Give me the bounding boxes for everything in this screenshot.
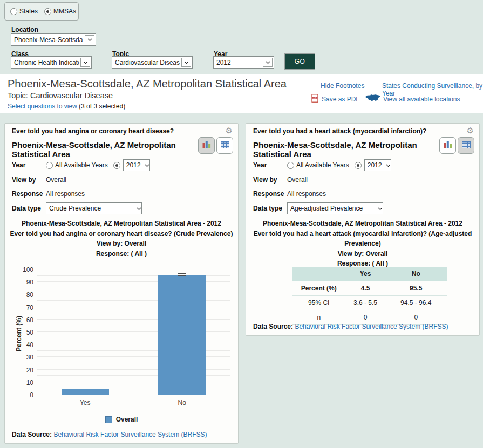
- y-tick-label: 0: [14, 391, 33, 399]
- view-toggle-group: [439, 137, 474, 154]
- table-subtitle: Ever told you had a heart attack (myocar…: [246, 229, 479, 249]
- question-panel-heart-attack: Ever told you had a heart attack (myocar…: [246, 123, 480, 336]
- table-icon: [462, 141, 471, 151]
- bar-no: [158, 275, 206, 395]
- mode-option-states[interactable]: States: [10, 8, 38, 15]
- year-control-row: Year All Available Years 2012: [12, 159, 233, 171]
- table-icon: [221, 141, 229, 151]
- table-view-button[interactable]: [458, 137, 474, 154]
- select-questions-link[interactable]: Select questions to view: [8, 103, 77, 110]
- chevron-down-icon: [80, 58, 90, 67]
- go-button[interactable]: GO: [284, 53, 315, 70]
- x-category-label: Yes: [37, 399, 134, 406]
- chart-title-block: Phoenix-Mesa-Scottsdale, AZ Metropolitan…: [5, 219, 238, 259]
- table-header-row: Yes No: [292, 267, 447, 281]
- viewby-control-row: View by Overall: [12, 176, 233, 184]
- select-questions-count: (3 of 3 selected): [77, 103, 125, 110]
- bar-chart-icon: [202, 141, 211, 151]
- y-tick-label: 40: [14, 341, 33, 349]
- plot-area: 0102030405060708090100YesNo: [37, 269, 230, 395]
- chevron-down-icon: [378, 205, 383, 212]
- chart-view-button[interactable]: [198, 137, 215, 154]
- pdf-icon: PDF: [311, 94, 318, 104]
- panel-year-select[interactable]: 2012: [123, 159, 150, 171]
- all-years-radio[interactable]: [287, 162, 294, 169]
- x-category-label: No: [134, 399, 231, 406]
- chart-view-button[interactable]: [439, 137, 456, 154]
- location-select[interactable]: Phoenix-Mesa-Scottsdale, AZ: [11, 33, 96, 46]
- error-bar-cap: [81, 390, 89, 390]
- chevron-down-icon: [85, 35, 94, 44]
- single-year-radio[interactable]: [113, 162, 120, 169]
- hide-footnotes-link[interactable]: Hide Footnotes: [321, 82, 364, 90]
- table-row-percent: Percent (%) 4.5 95.5: [292, 281, 447, 295]
- table-view-button[interactable]: [216, 137, 233, 154]
- single-year-radio[interactable]: [355, 162, 362, 169]
- y-tick-label: 80: [14, 291, 33, 298]
- table-viewby-line: View by: Overall: [246, 249, 479, 259]
- chart-viewby-line: View by: Overall: [5, 239, 238, 249]
- question-text: Ever told you had angina or coronary hea…: [12, 127, 212, 135]
- table-title: Phoenix-Mesa-Scottsdale, AZ Metropolitan…: [246, 219, 479, 229]
- response-control-row: Response All responses: [253, 190, 474, 198]
- mmsas-radio-label: MMSAs: [53, 8, 76, 15]
- error-bar-cap: [178, 273, 186, 274]
- error-bar-cap: [178, 275, 186, 276]
- chevron-down-icon: [137, 205, 141, 212]
- question-text: Ever told you had a heart attack (myocar…: [253, 127, 453, 135]
- mmsas-radio[interactable]: [44, 8, 51, 15]
- chart-response-line: Response: ( All ): [5, 249, 238, 259]
- topic-subtitle: Topic: Cardiovascular Disease: [8, 91, 113, 100]
- us-map-icon: [365, 93, 381, 105]
- save-pdf-link[interactable]: Save as PDF: [322, 96, 360, 103]
- y-tick-label: 70: [14, 304, 33, 311]
- response-control-row: Response All responses: [12, 190, 233, 198]
- filter-bar: States MMSAs Location Phoenix-Mesa-Scott…: [0, 0, 483, 74]
- gridline: [37, 269, 230, 269]
- mode-radio-group: States MMSAs: [4, 2, 79, 21]
- topic-select[interactable]: Cardiovascular Disease: [112, 56, 193, 69]
- error-bar-cap: [81, 388, 89, 388]
- table-corner-cell: [292, 267, 346, 281]
- chevron-down-icon: [145, 161, 149, 169]
- table-row-ci: 95% CI 3.6 - 5.5 94.5 - 96.4: [292, 295, 447, 310]
- all-years-radio[interactable]: [46, 162, 53, 169]
- select-questions-line: Select questions to view (3 of 3 selecte…: [8, 103, 125, 110]
- bar-chart: 0102030405060708090100YesNo: [5, 269, 238, 410]
- page-header: Phoenix-Mesa-Scottsdale, AZ Metropolitan…: [0, 74, 483, 113]
- datatype-control-row: Data type Crude Prevalence: [12, 202, 233, 214]
- view-toggle-group: [198, 137, 233, 154]
- table-title-block: Phoenix-Mesa-Scottsdale, AZ Metropolitan…: [246, 219, 479, 269]
- class-select[interactable]: Chronic Health Indicators: [11, 56, 92, 69]
- states-surveillance-link[interactable]: States Conducting Surveillance, by Year: [382, 82, 483, 97]
- brfss-link[interactable]: Behavioral Risk Factor Surveillance Syst…: [295, 323, 448, 330]
- datatype-select[interactable]: Age-adjusted Prevalence: [287, 202, 383, 214]
- legend-swatch: [105, 416, 112, 423]
- y-tick-label: 10: [14, 379, 33, 386]
- mode-option-mmsas[interactable]: MMSAs: [44, 8, 76, 15]
- panel-year-select[interactable]: 2012: [364, 159, 391, 171]
- panel-area-title: Phoenix-Mesa-Scottsdale, AZ Metropolitan…: [253, 140, 439, 159]
- datatype-select[interactable]: Crude Prevalence: [46, 202, 142, 214]
- bar-chart-icon: [444, 141, 452, 151]
- settings-gear-icon[interactable]: ⚙: [226, 126, 233, 134]
- legend-label: Overall: [116, 416, 138, 423]
- y-tick-label: 60: [14, 316, 33, 324]
- question-panel-angina: Ever told you had angina or coronary hea…: [4, 123, 239, 444]
- data-source-line: Data Source: Behavioral Risk Factor Surv…: [253, 323, 448, 330]
- chevron-down-icon: [386, 161, 391, 169]
- y-tick-label: 50: [14, 329, 33, 336]
- table-row-n: n 0 0: [292, 310, 447, 324]
- year-control-row: Year All Available Years 2012: [253, 159, 474, 171]
- year-select[interactable]: 2012: [213, 56, 274, 69]
- chevron-down-icon: [263, 58, 273, 67]
- settings-gear-icon[interactable]: ⚙: [467, 126, 474, 134]
- page: States MMSAs Location Phoenix-Mesa-Scott…: [0, 0, 483, 448]
- brfss-link[interactable]: Behavioral Risk Factor Surveillance Syst…: [53, 431, 207, 438]
- data-source-line: Data Source: Behavioral Risk Factor Surv…: [12, 431, 207, 438]
- states-radio[interactable]: [10, 8, 17, 15]
- viewby-control-row: View by Overall: [253, 176, 474, 184]
- y-tick-label: 90: [14, 279, 33, 286]
- chart-legend: Overall: [5, 416, 238, 423]
- view-locations-link[interactable]: View all available locations: [383, 96, 460, 103]
